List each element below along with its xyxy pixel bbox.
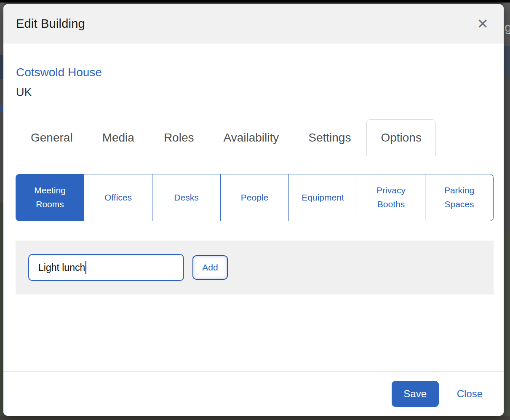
tab-roles[interactable]: Roles — [150, 119, 208, 156]
option-name-input[interactable]: Light lunch — [28, 254, 184, 281]
modal-title: Edit Building — [16, 17, 85, 31]
add-option-panel: Light lunch Add — [16, 241, 494, 294]
backdrop-text-fragment: g — [505, 20, 510, 35]
building-country: UK — [16, 86, 504, 99]
building-name-link[interactable]: Cotswold House — [16, 66, 504, 79]
backdrop-right-strip — [503, 78, 510, 232]
add-button[interactable]: Add — [192, 255, 228, 280]
tab-settings[interactable]: Settings — [294, 119, 365, 156]
modal-body: Cotswold House UK General Media Roles Av… — [3, 43, 504, 371]
backdrop-right-strip — [503, 46, 510, 78]
category-meeting-rooms[interactable]: Meeting Rooms — [16, 174, 84, 221]
tab-general[interactable]: General — [17, 119, 87, 156]
category-offices[interactable]: Offices — [84, 174, 152, 221]
tab-bar: General Media Roles Availability Setting… — [3, 119, 504, 156]
edit-building-modal: Edit Building ✕ Cotswold House UK Genera… — [3, 4, 504, 416]
backdrop-right-strip — [503, 232, 510, 420]
category-privacy-booths[interactable]: Privacy Booths — [357, 174, 425, 221]
tab-media[interactable]: Media — [88, 119, 148, 156]
category-equipment[interactable]: Equipment — [288, 174, 357, 221]
category-parking-spaces[interactable]: Parking Spaces — [425, 174, 494, 221]
category-people[interactable]: People — [220, 174, 289, 221]
text-cursor — [85, 261, 86, 274]
option-category-group: Meeting Rooms Offices Desks People Equip… — [16, 174, 494, 221]
modal-header: Edit Building ✕ — [3, 4, 504, 43]
modal-footer: Save Close — [3, 371, 504, 416]
close-icon[interactable]: ✕ — [477, 17, 489, 31]
option-name-input-value: Light lunch — [38, 262, 85, 273]
save-button[interactable]: Save — [392, 381, 439, 407]
backdrop-top-strip — [0, 0, 510, 3]
backdrop-bottom-strip — [0, 416, 510, 420]
close-button[interactable]: Close — [457, 388, 483, 400]
tab-availability[interactable]: Availability — [209, 119, 293, 156]
category-desks[interactable]: Desks — [152, 174, 221, 221]
tab-options[interactable]: Options — [366, 119, 436, 156]
